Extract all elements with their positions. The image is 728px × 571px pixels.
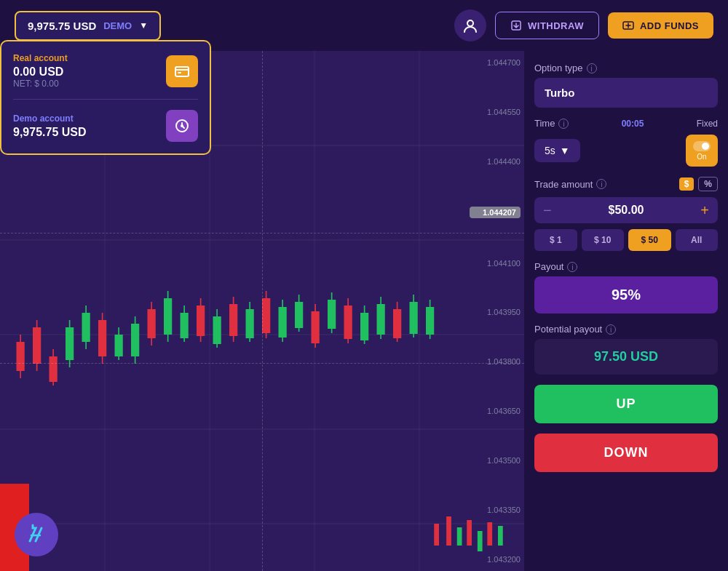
time-controls-row: 5s ▼ On: [534, 135, 718, 167]
quick-10-btn[interactable]: $ 10: [582, 229, 625, 251]
price-2: 1.044550: [470, 108, 521, 116]
quick-all-btn[interactable]: All: [676, 229, 719, 251]
svg-rect-1: [178, 72, 181, 73]
real-account-item: Real account 0.00 USD NET: $ 0.00: [13, 53, 198, 89]
dollar-badge[interactable]: $: [679, 177, 695, 191]
price-11: 1.043200: [470, 555, 521, 564]
option-type-value[interactable]: Turbo: [534, 78, 718, 108]
option-type-info-icon: i: [587, 63, 597, 73]
header-balance: 9,975.75 USD: [28, 20, 96, 32]
account-dropdown: Real account 0.00 USD NET: $ 0.00 Demo a…: [0, 40, 211, 155]
percent-badge[interactable]: %: [698, 177, 718, 191]
price-labels: 1.044700 1.044550 1.044400 1.044207 1.04…: [466, 51, 524, 571]
svg-point-4: [467, 20, 473, 26]
price-7: 1.043800: [470, 357, 521, 366]
up-button[interactable]: UP: [534, 385, 718, 423]
demo-account-item: Demo account 9,975.75 USD: [13, 110, 198, 142]
svg-point-3: [181, 124, 183, 127]
add-funds-button[interactable]: ADD FUNDS: [608, 12, 713, 39]
quick-amounts: $ 1 $ 10 $ 50 All: [534, 229, 718, 251]
svg-rect-69: [446, 516, 451, 546]
payout-info-icon: i: [567, 262, 577, 272]
fixed-label: Fixed: [697, 119, 718, 129]
quick-50-btn[interactable]: $ 50: [628, 229, 671, 251]
time-info-icon: i: [558, 119, 569, 129]
potential-payout-value: 97.50 USD: [534, 339, 718, 375]
price-9: 1.043500: [470, 456, 521, 465]
time-value: 5s: [545, 145, 555, 156]
chevron-down-icon: ▼: [139, 20, 148, 31]
time-label: Time i: [534, 118, 569, 129]
trade-amount-section: Trade amount i $ % − $50.00 + $ 1 $ 10 $…: [534, 177, 718, 251]
time-section: Time i 00:05 Fixed 5s ▼ On: [534, 118, 718, 167]
payout-label: Payout i: [534, 261, 577, 272]
dropdown-divider: [13, 99, 198, 100]
trade-amount-header-row: Trade amount i $ %: [534, 177, 718, 191]
svg-rect-68: [434, 524, 439, 546]
time-counter: 00:05: [622, 119, 644, 129]
payout-value: 95%: [534, 276, 718, 314]
svg-rect-0: [175, 67, 189, 76]
toggle-text: On: [697, 153, 706, 161]
demo-account-icon-btn[interactable]: [166, 110, 198, 142]
current-price-label: 1.044207: [470, 207, 521, 218]
trade-amount-badges: $ %: [679, 177, 718, 191]
fixed-toggle[interactable]: On: [686, 135, 718, 167]
demo-account-balance: 9,975.75 USD: [13, 126, 87, 139]
trade-amount-label: Trade amount i: [534, 179, 606, 190]
demo-account-label: Demo account: [13, 113, 87, 124]
payout-section: Payout i 95%: [534, 261, 718, 314]
amount-control: − $50.00 +: [534, 197, 718, 223]
real-account-label: Real account: [13, 53, 68, 63]
amount-plus-icon[interactable]: +: [700, 203, 709, 217]
demo-account-info: Demo account 9,975.75 USD: [13, 113, 87, 139]
right-panel: Option type i Turbo Time i 00:05 Fixed 5…: [524, 51, 728, 571]
potential-payout-section: Potential payout i 97.50 USD: [534, 324, 718, 375]
amount-value: $50.00: [559, 204, 694, 217]
toggle-dot: [693, 141, 711, 151]
price-10: 1.043350: [470, 506, 521, 514]
price-1: 1.044700: [470, 58, 521, 67]
withdraw-label: WITHDRAW: [528, 20, 584, 31]
down-button[interactable]: DOWN: [534, 434, 718, 472]
price-3: 1.044400: [470, 157, 521, 166]
vertical-dashed-line: [262, 51, 263, 571]
potential-payout-header-row: Potential payout i: [534, 324, 718, 335]
time-chevron-icon: ▼: [560, 145, 570, 156]
add-funds-label: ADD FUNDS: [640, 20, 699, 31]
option-type-row: Option type i: [534, 63, 718, 73]
price-8: 1.043650: [470, 407, 521, 415]
option-type-label: Option type i: [534, 63, 597, 73]
real-account-icon-btn[interactable]: [166, 55, 198, 87]
quick-1-btn[interactable]: $ 1: [534, 229, 577, 251]
account-selector[interactable]: 9,975.75 USD DEMO ▼: [15, 11, 161, 41]
option-type-section: Option type i Turbo: [534, 63, 718, 108]
trade-amount-info-icon: i: [596, 179, 606, 189]
header: 9,975.75 USD DEMO ▼ Real account 0.00 US…: [0, 0, 728, 51]
demo-badge: DEMO: [103, 20, 132, 31]
user-icon-btn[interactable]: [454, 9, 486, 41]
price-5: 1.044100: [470, 259, 521, 268]
time-select[interactable]: 5s ▼: [534, 139, 580, 162]
logo: [15, 513, 58, 556]
svg-rect-70: [457, 527, 462, 546]
horizontal-dashed-line-1: [0, 233, 524, 233]
withdraw-button[interactable]: WITHDRAW: [495, 12, 599, 39]
potential-payout-info-icon: i: [606, 324, 616, 335]
real-account-info: Real account 0.00 USD NET: $ 0.00: [13, 53, 68, 89]
amount-minus-icon[interactable]: −: [543, 203, 552, 217]
real-account-balance: 0.00 USD: [13, 65, 68, 79]
real-account-net: NET: $ 0.00: [13, 79, 68, 89]
price-6: 1.043950: [470, 308, 521, 316]
time-header-row: Time i 00:05 Fixed: [534, 118, 718, 129]
potential-payout-label: Potential payout i: [534, 324, 616, 335]
horizontal-dashed-line-2: [0, 363, 524, 364]
payout-header-row: Payout i: [534, 261, 718, 272]
